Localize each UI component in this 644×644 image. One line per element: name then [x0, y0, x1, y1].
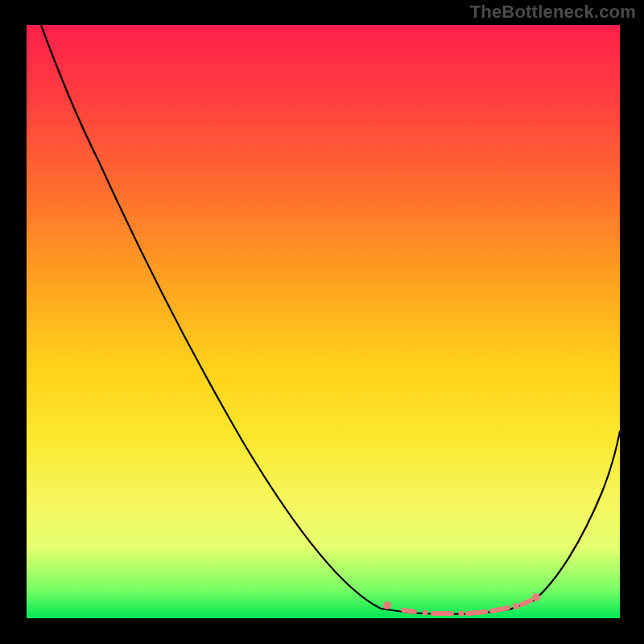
- watermark-text: TheBottleneck.com: [470, 2, 636, 23]
- band-dot: [532, 593, 540, 601]
- bottleneck-curve-svg: [27, 25, 620, 618]
- chart-frame: TheBottleneck.com: [0, 0, 644, 644]
- band-dot: [513, 603, 519, 609]
- band-dash: [403, 610, 415, 612]
- band-dot: [459, 611, 464, 617]
- band-dot: [383, 601, 391, 609]
- band-dash: [468, 612, 485, 613]
- bottleneck-curve-path: [41, 25, 620, 614]
- band-dash: [492, 608, 508, 611]
- plot-area: [27, 25, 620, 618]
- band-dash: [522, 601, 530, 605]
- band-dot: [423, 610, 428, 616]
